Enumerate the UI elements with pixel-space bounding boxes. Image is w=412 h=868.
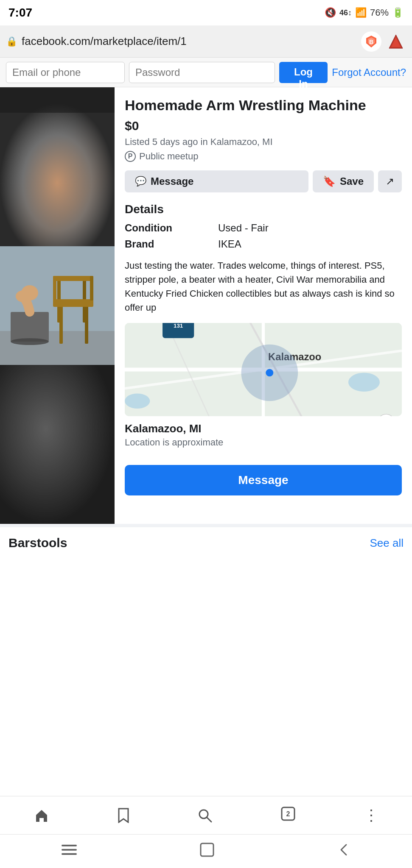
email-input[interactable] xyxy=(6,62,125,83)
battery-level: 76% xyxy=(370,7,389,18)
product-title: Homemade Arm Wrestling Machine xyxy=(125,96,402,114)
save-button-label: Save xyxy=(340,175,364,187)
status-bar: 7:07 🔇 46↕ 📶 76% 🔋 xyxy=(0,0,412,25)
brave-browser-icon[interactable]: B xyxy=(361,31,381,52)
mute-icon: 🔇 xyxy=(325,7,336,18)
condition-row: Condition Used - Fair xyxy=(125,222,402,234)
more-nav-button[interactable]: ⋮ xyxy=(364,807,378,824)
svg-rect-47 xyxy=(201,843,213,856)
bookmark-icon: 🔖 xyxy=(323,175,336,187)
see-all-link[interactable]: See all xyxy=(370,537,404,550)
svg-point-35 xyxy=(266,369,273,377)
location-title: Kalamazoo, MI xyxy=(125,422,402,435)
home-nav-button[interactable] xyxy=(34,808,49,823)
share-icon: ↗ xyxy=(386,175,394,187)
image-gallery xyxy=(0,87,115,524)
forgot-account-link[interactable]: Forgot Account? xyxy=(332,67,406,78)
product-image-1[interactable] xyxy=(0,87,115,246)
big-message-button[interactable]: Message xyxy=(125,465,402,495)
public-meetup: P Public meetup xyxy=(125,151,402,162)
svg-text:2: 2 xyxy=(286,810,290,818)
product-section: Homemade Arm Wrestling Machine $0 Listed… xyxy=(0,87,412,524)
svg-point-39 xyxy=(125,394,150,409)
signal-icon: 📶 xyxy=(355,7,367,18)
brand-row: Brand IKEA xyxy=(125,238,402,250)
brand-label: Brand xyxy=(125,238,218,250)
svg-point-19 xyxy=(11,338,49,345)
svg-rect-13 xyxy=(53,299,93,307)
product-meta: Listed 5 days ago in Kalamazoo, MI xyxy=(125,136,402,147)
login-button[interactable]: Log In xyxy=(279,62,328,83)
android-home-button[interactable] xyxy=(199,842,215,860)
save-button[interactable]: 🔖 Save xyxy=(313,170,374,192)
condition-label: Condition xyxy=(125,222,218,234)
details-section: Details Condition Used - Fair Brand IKEA xyxy=(125,203,402,250)
condition-value: Used - Fair xyxy=(218,222,269,234)
svg-text:131: 131 xyxy=(174,323,183,329)
status-icons: 🔇 46↕ 📶 76% 🔋 xyxy=(325,7,404,18)
battery-icon: 🔋 xyxy=(392,7,404,18)
svg-rect-44 xyxy=(62,845,77,846)
location-subtitle: Location is approximate xyxy=(125,437,402,448)
barstools-section: Barstools See all xyxy=(0,524,412,554)
lock-icon: 🔒 xyxy=(6,36,17,47)
android-back-button[interactable] xyxy=(338,842,350,860)
meetup-icon: P xyxy=(125,151,136,162)
data-icon: 46↕ xyxy=(339,8,352,17)
svg-rect-16 xyxy=(90,276,93,300)
svg-rect-45 xyxy=(62,849,77,851)
tabs-nav-button[interactable]: 2 xyxy=(280,806,296,825)
message-button-label: Message xyxy=(151,175,193,187)
android-nav xyxy=(0,834,412,868)
android-menu-button[interactable] xyxy=(62,844,77,859)
svg-rect-15 xyxy=(53,276,56,300)
svg-rect-46 xyxy=(62,853,77,855)
svg-text:B: B xyxy=(369,39,373,45)
message-button[interactable]: 💬 Message xyxy=(125,170,308,192)
svg-point-38 xyxy=(348,373,380,392)
product-description: Just testing the water. Trades welcome, … xyxy=(125,259,402,314)
action-buttons: 💬 Message 🔖 Save ↗ xyxy=(125,170,402,192)
svg-rect-22 xyxy=(17,292,30,301)
product-image-3[interactable] xyxy=(0,365,115,524)
browser-bar: 🔒 facebook.com/marketplace/item/1 B xyxy=(0,25,412,58)
svg-rect-14 xyxy=(53,276,93,281)
product-details: Homemade Arm Wrestling Machine $0 Listed… xyxy=(115,87,412,508)
product-price: $0 xyxy=(125,119,402,133)
status-time: 7:07 xyxy=(8,6,32,19)
share-button[interactable]: ↗ xyxy=(378,170,402,192)
password-input[interactable] xyxy=(129,62,275,83)
barstools-title: Barstools xyxy=(8,536,67,550)
search-nav-button[interactable] xyxy=(197,808,213,823)
bookmark-nav-button[interactable] xyxy=(117,808,130,823)
brand-value: IKEA xyxy=(218,238,241,250)
svg-line-41 xyxy=(207,817,211,822)
svg-rect-6 xyxy=(0,87,115,113)
vpn-icon[interactable] xyxy=(386,31,406,52)
meetup-label: Public meetup xyxy=(139,151,198,162)
bottom-nav: 2 ⋮ xyxy=(0,796,412,834)
messenger-icon: 💬 xyxy=(135,176,146,187)
svg-rect-24 xyxy=(0,365,115,524)
url-display[interactable]: facebook.com/marketplace/item/1 xyxy=(22,35,357,48)
login-bar: Log In Forgot Account? xyxy=(0,58,412,87)
marketplace-content: Homemade Arm Wrestling Machine $0 Listed… xyxy=(0,87,412,631)
map-container[interactable]: 131 Kalamazoo i xyxy=(125,323,402,416)
details-heading: Details xyxy=(125,203,402,216)
product-image-2[interactable] xyxy=(0,246,115,365)
